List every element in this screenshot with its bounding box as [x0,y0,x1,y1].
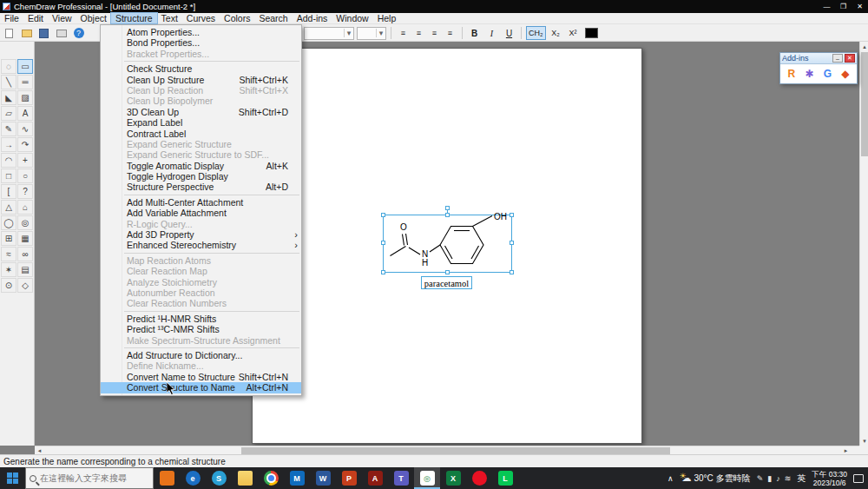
print-button[interactable] [54,26,69,41]
addins-title-bar[interactable]: Add-ins – ✕ [780,53,857,64]
menu-item[interactable]: Add Variable Attachment [101,208,301,218]
cyclopentane-tool[interactable]: ⌂ [17,200,33,215]
menu-item[interactable]: Contract Label [101,129,301,139]
network-tray-icon[interactable]: ≋ [785,474,792,483]
formula-style-button[interactable]: CH₂ [526,26,546,40]
menu-item[interactable]: Atom Properties... [101,27,301,37]
menu-structure[interactable]: Structure [111,13,157,23]
italic-button[interactable]: I [484,26,499,40]
battery-tray-icon[interactable]: ▮ [767,474,772,483]
close-button[interactable]: ✕ [852,0,868,13]
document-page[interactable]: OH O N H paracetamol [252,48,642,444]
menu-item[interactable]: Toggle Hydrogen Display [101,171,301,182]
orbital-tool[interactable]: ∞ [17,247,33,261]
move-tool[interactable]: ◇ [17,278,33,293]
maximize-button[interactable]: ❐ [835,0,852,13]
vertical-scrollbar[interactable]: ▴ ▾ [859,42,868,446]
taskbar-app-powerpoint[interactable]: P [336,467,362,489]
benzene-tool[interactable]: ◎ [17,215,33,230]
vertical-scroll-thumb[interactable] [861,52,868,156]
oval-tool[interactable]: ○ [17,169,33,183]
clipboard-tool[interactable]: ▤ [17,262,33,277]
menu-item[interactable]: R-Logic Query... [101,219,301,229]
taskbar-app-access[interactable]: A [362,467,388,489]
bold-button[interactable]: B [467,26,482,40]
menubar-item[interactable]: Curves [182,13,220,23]
menu-item[interactable]: Add Multi-Center Attachment [101,197,301,208]
molecule-caption-box[interactable]: paracetamol [422,277,472,289]
menu-item[interactable]: Convert Name to Structure Shift+Ctrl+N [101,372,301,382]
taskbar-app-teams[interactable]: T [388,467,414,489]
solid-bond-tool[interactable]: ╲ [1,75,16,89]
taskbar-app-file-explorer[interactable] [232,467,258,489]
menubar-item[interactable]: File [0,13,23,23]
wavy-bond-tool[interactable]: ≈ [1,247,16,261]
taskbar-app-edge[interactable]: e [180,467,206,489]
menu-item[interactable]: Bracket Properties... [101,49,301,59]
menu-item[interactable]: Clear Reaction Numbers [101,298,301,308]
minimize-button[interactable]: — [819,0,835,13]
taskbar-app-skype[interactable]: S [206,467,232,489]
selection-box[interactable] [384,209,512,273]
arc-tool[interactable]: ◠ [1,153,16,168]
hashed-bond-tool[interactable]: ▨ [17,90,33,105]
menu-item[interactable]: Clean Up Reaction Shift+Ctrl+X [101,85,301,96]
taskbar-app-orange[interactable] [154,467,180,489]
addins-minimize-button[interactable]: – [832,54,843,63]
chain-tool[interactable]: ∿ [17,122,33,136]
taskbar-app-chemdraw[interactable]: ◎ [414,467,440,489]
volume-tray-icon[interactable]: ♪ [776,474,780,483]
menu-item[interactable]: Make Spectrum-Structure Assignment [101,335,301,346]
curved-arrow-tool[interactable]: ↷ [17,137,33,152]
menubar-item[interactable]: Help [373,13,401,23]
cyclohexane-tool[interactable]: ◯ [1,215,16,230]
pencil-tool[interactable]: ✎ [1,122,16,136]
action-center-icon[interactable] [853,474,864,483]
menu-item[interactable]: 3D Clean Up Shift+Ctrl+D [101,107,301,117]
addin-g-icon[interactable]: G [824,68,832,80]
color-swatch[interactable] [585,28,598,38]
save-button[interactable] [36,26,51,41]
menubar-item[interactable]: Search [254,13,292,23]
multiple-bond-tool[interactable]: ═ [17,75,33,89]
molecule-drawing[interactable]: OH O N H paracetamol [253,49,643,445]
search-input[interactable] [40,473,144,483]
menubar-item[interactable]: Colors [220,13,254,23]
menubar-item[interactable]: View [48,13,76,23]
table-tool[interactable]: ⊞ [1,231,16,246]
taskbar-app-mail[interactable]: M [284,467,310,489]
grid-tool[interactable]: ▦ [17,231,33,246]
menu-item[interactable]: Convert Structure to Name Alt+Ctrl+N [101,382,301,393]
addins-close-button[interactable]: ✕ [845,54,855,63]
plus-tool[interactable]: + [17,153,33,168]
taskbar-app-red[interactable] [466,467,492,489]
taskbar-app-word[interactable]: W [310,467,336,489]
underline-button[interactable]: U [502,26,516,40]
menubar-item[interactable]: Window [332,13,372,23]
menu-item[interactable]: Define Nickname... [101,360,301,371]
taskbar-app-excel[interactable]: X [440,467,466,489]
menu-item[interactable]: Enhanced Stereochemistry [101,240,301,250]
tray-chevron-icon[interactable]: ∧ [667,474,674,483]
taskbar-app-line[interactable]: L [492,467,518,489]
eraser-tool[interactable]: ▱ [1,106,16,121]
menu-item[interactable]: Add 3D Property [101,229,301,240]
menu-item[interactable]: Predict ¹H-NMR Shifts [101,314,301,324]
menu-item[interactable]: Expand Generic Structure to SDF... [101,149,301,160]
align-center-button[interactable]: ≡ [411,26,426,40]
scroll-down-arrow[interactable]: ▾ [860,436,868,446]
horizontal-scrollbar[interactable]: ◂ ▸ [35,446,859,454]
lasso-tool[interactable]: ◌ [1,59,16,74]
addin-diamond-icon[interactable]: ◆ [841,68,849,80]
menubar-item[interactable]: Edit [23,13,48,23]
menu-item[interactable]: Analyze Stoichiometry [101,277,301,287]
align-left-button[interactable]: ≡ [396,26,411,40]
horizontal-scroll-thumb[interactable] [241,447,670,454]
menu-item[interactable]: Add Structure to Dictionary... [101,350,301,360]
addin-model-icon[interactable]: ✱ [805,68,813,80]
pen-tray-icon[interactable]: ✎ [757,474,764,483]
bracket-tool[interactable]: [ [1,184,16,199]
rectangle-tool[interactable]: □ [1,169,16,183]
menu-item[interactable]: Clean Up Structure Shift+Ctrl+K [101,75,301,85]
subscript-button[interactable]: X₂ [549,26,563,40]
